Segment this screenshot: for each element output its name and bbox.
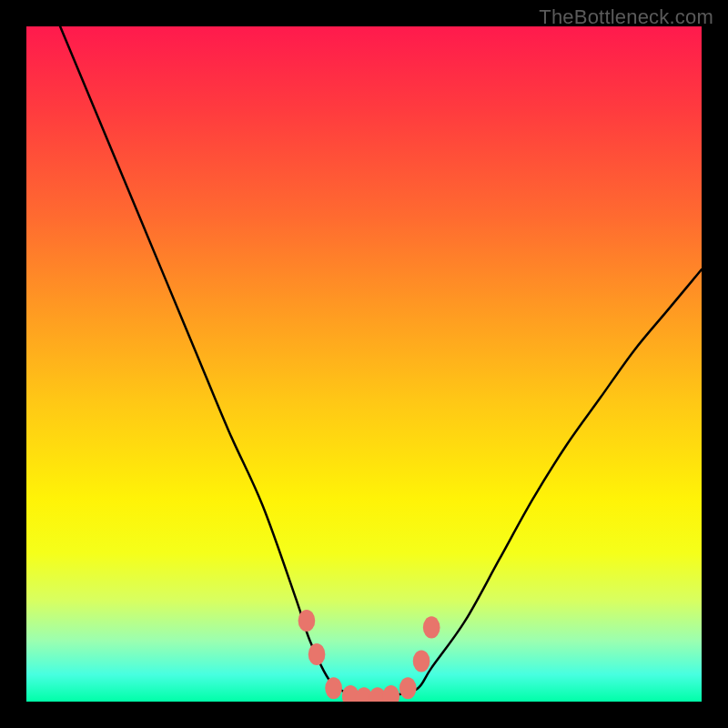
curve-marker [399,677,417,699]
bottleneck-curve [60,26,702,702]
curve-group [60,26,702,702]
watermark-text: TheBottleneck.com [539,5,713,29]
curve-marker [298,610,316,632]
curve-marker [325,677,342,699]
bottleneck-curve-svg [26,26,702,702]
plot-area [26,26,702,702]
curve-marker [423,616,440,638]
curve-marker [308,643,326,665]
chart-frame: TheBottleneck.com [0,0,728,728]
curve-marker [382,685,399,702]
curve-marker [413,650,430,672]
